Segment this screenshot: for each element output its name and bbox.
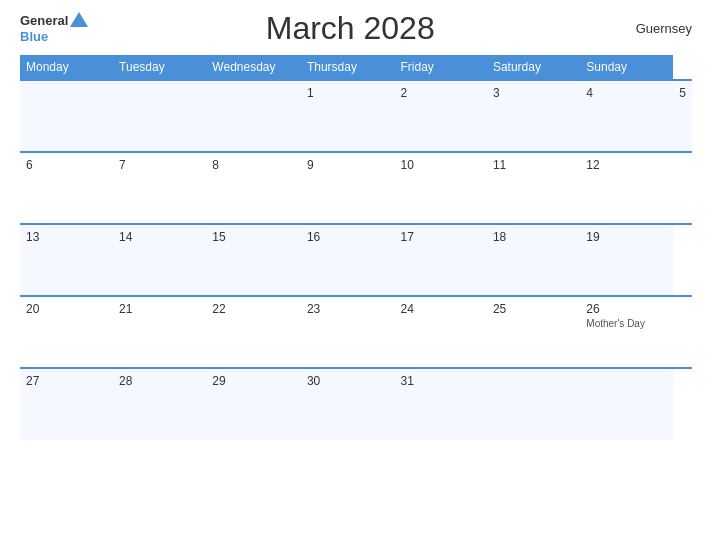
day-number: 31 xyxy=(400,374,480,388)
calendar-day-header: Thursday xyxy=(301,55,395,80)
day-number: 4 xyxy=(586,86,667,100)
day-number: 19 xyxy=(586,230,667,244)
calendar-cell: 5 xyxy=(673,80,692,152)
calendar-header-row: MondayTuesdayWednesdayThursdayFridaySatu… xyxy=(20,55,692,80)
calendar-cell xyxy=(206,80,301,152)
page-title: March 2028 xyxy=(88,10,612,47)
calendar-cell: 28 xyxy=(113,368,206,440)
calendar-cell: 14 xyxy=(113,224,206,296)
calendar-day-header: Tuesday xyxy=(113,55,206,80)
calendar-cell: 20 xyxy=(20,296,113,368)
calendar-cell: 16 xyxy=(301,224,395,296)
calendar-cell: 31 xyxy=(394,368,486,440)
calendar-cell: 25 xyxy=(487,296,580,368)
calendar-cell: 13 xyxy=(20,224,113,296)
day-number: 20 xyxy=(26,302,107,316)
day-number: 28 xyxy=(119,374,200,388)
calendar-cell: 12 xyxy=(580,152,673,224)
calendar-cell: 18 xyxy=(487,224,580,296)
top-bar: General Blue March 2028 Guernsey xyxy=(20,10,692,47)
calendar-cell xyxy=(487,368,580,440)
day-number: 14 xyxy=(119,230,200,244)
logo-general: General xyxy=(20,14,68,28)
calendar-week-row: 13141516171819 xyxy=(20,224,692,296)
calendar-cell xyxy=(580,368,673,440)
calendar-cell: 27 xyxy=(20,368,113,440)
day-number: 17 xyxy=(400,230,480,244)
day-event: Mother's Day xyxy=(586,318,667,329)
calendar-cell xyxy=(20,80,113,152)
day-number: 21 xyxy=(119,302,200,316)
day-number: 30 xyxy=(307,374,389,388)
day-number: 25 xyxy=(493,302,574,316)
calendar-day-header: Saturday xyxy=(487,55,580,80)
day-number: 13 xyxy=(26,230,107,244)
calendar-cell: 2 xyxy=(394,80,486,152)
country-label: Guernsey xyxy=(612,21,692,36)
calendar-cell: 26Mother's Day xyxy=(580,296,673,368)
day-number: 27 xyxy=(26,374,107,388)
day-number: 24 xyxy=(400,302,480,316)
day-number: 18 xyxy=(493,230,574,244)
logo-blue: Blue xyxy=(20,29,48,44)
day-number: 6 xyxy=(26,158,107,172)
calendar-cell: 24 xyxy=(394,296,486,368)
day-number: 1 xyxy=(307,86,389,100)
calendar-cell: 17 xyxy=(394,224,486,296)
day-number: 22 xyxy=(212,302,295,316)
calendar-cell: 7 xyxy=(113,152,206,224)
calendar-cell: 19 xyxy=(580,224,673,296)
calendar-cell xyxy=(113,80,206,152)
day-number: 12 xyxy=(586,158,667,172)
day-number: 26 xyxy=(586,302,667,316)
day-number: 5 xyxy=(679,86,686,100)
day-number: 29 xyxy=(212,374,295,388)
calendar-cell: 10 xyxy=(394,152,486,224)
day-number: 9 xyxy=(307,158,389,172)
calendar-cell: 30 xyxy=(301,368,395,440)
calendar-cell: 21 xyxy=(113,296,206,368)
calendar-cell: 29 xyxy=(206,368,301,440)
day-number: 2 xyxy=(400,86,480,100)
calendar-day-header: Monday xyxy=(20,55,113,80)
calendar-cell: 4 xyxy=(580,80,673,152)
calendar-cell: 23 xyxy=(301,296,395,368)
calendar-day-header: Sunday xyxy=(580,55,673,80)
day-number: 8 xyxy=(212,158,295,172)
day-number: 16 xyxy=(307,230,389,244)
day-number: 3 xyxy=(493,86,574,100)
calendar-cell: 11 xyxy=(487,152,580,224)
calendar-cell: 22 xyxy=(206,296,301,368)
logo: General Blue xyxy=(20,14,88,44)
calendar-cell: 3 xyxy=(487,80,580,152)
calendar-day-header: Wednesday xyxy=(206,55,301,80)
calendar-week-row: 6789101112 xyxy=(20,152,692,224)
day-number: 15 xyxy=(212,230,295,244)
day-number: 7 xyxy=(119,158,200,172)
calendar-week-row: 20212223242526Mother's Day xyxy=(20,296,692,368)
calendar-cell: 1 xyxy=(301,80,395,152)
day-number: 10 xyxy=(400,158,480,172)
calendar-cell: 8 xyxy=(206,152,301,224)
calendar-table: MondayTuesdayWednesdayThursdayFridaySatu… xyxy=(20,55,692,440)
calendar-cell: 9 xyxy=(301,152,395,224)
calendar-cell: 15 xyxy=(206,224,301,296)
calendar-week-row: 12345 xyxy=(20,80,692,152)
calendar-day-header: Friday xyxy=(394,55,486,80)
calendar-cell: 6 xyxy=(20,152,113,224)
day-number: 23 xyxy=(307,302,389,316)
day-number: 11 xyxy=(493,158,574,172)
logo-triangle-icon xyxy=(70,12,88,27)
calendar-week-row: 2728293031 xyxy=(20,368,692,440)
